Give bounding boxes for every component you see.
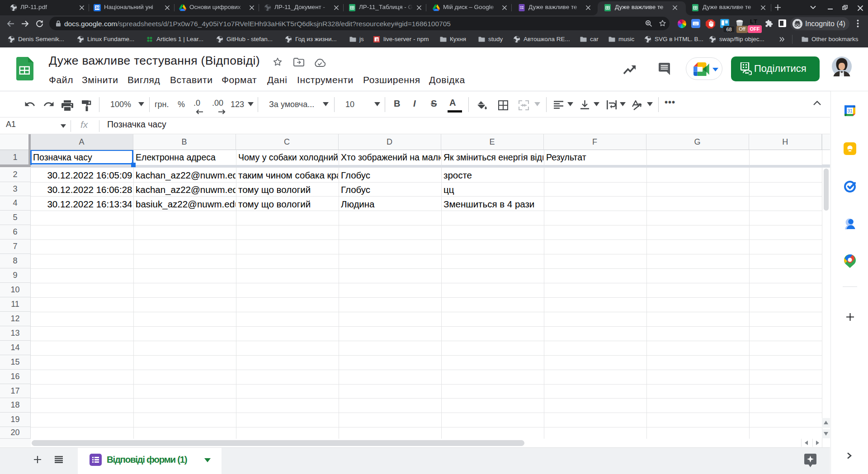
svg-text:30: 30 <box>95 5 99 10</box>
svg-text:31: 31 <box>847 108 853 113</box>
